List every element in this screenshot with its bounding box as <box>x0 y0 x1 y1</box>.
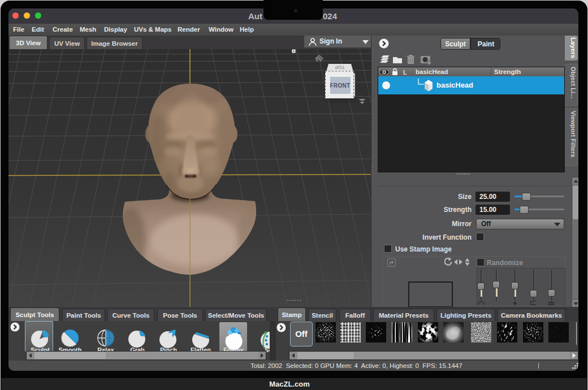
svg-text:FRONT: FRONT <box>330 83 351 89</box>
svg-text:TOP: TOP <box>335 64 345 70</box>
svg-text:L: L <box>403 69 407 76</box>
svg-text:MacZL.com: MacZL.com <box>269 380 310 388</box>
